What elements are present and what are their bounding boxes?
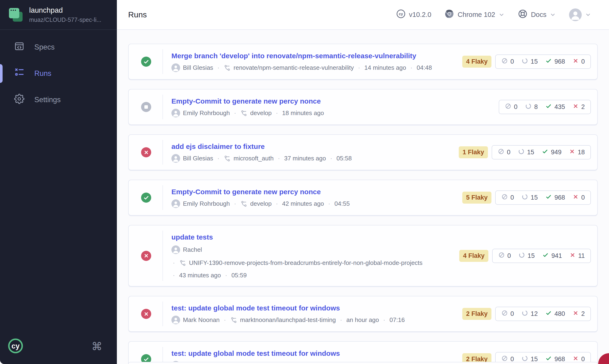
run-branch: develop <box>250 109 272 117</box>
run-status-icon-failed <box>141 309 151 319</box>
project-icon <box>9 8 23 22</box>
docs-lifering-icon <box>518 9 528 20</box>
author-avatar-icon <box>171 64 180 72</box>
page-title: Runs <box>128 10 147 19</box>
run-row[interactable]: Merge branch 'develop' into renovate/npm… <box>128 44 598 80</box>
run-title-link[interactable]: Merge branch 'develop' into renovate/npm… <box>171 51 453 60</box>
sidebar-item-label: Runs <box>34 69 51 78</box>
run-row[interactable]: update testsRachel·UNIFY-1390-remove-pro… <box>128 225 598 286</box>
chevron-down-icon <box>498 12 505 18</box>
pending-count: 15 <box>522 58 538 66</box>
failed-count: 11 <box>569 252 585 260</box>
skipped-count: 0 <box>501 194 514 202</box>
run-results: 01594111 <box>492 249 591 263</box>
run-title-link[interactable]: add ejs disclaimer to fixture <box>171 142 449 151</box>
pending-count: 12 <box>522 310 538 318</box>
separator-dot: · <box>218 155 220 162</box>
separator-dot: · <box>278 155 280 162</box>
run-title-link[interactable]: test: update global mode test timeout fo… <box>171 349 453 358</box>
run-row[interactable]: Empty-Commit to generate new percy nonce… <box>128 89 598 125</box>
passed-icon <box>545 58 552 66</box>
author-avatar-icon <box>171 109 180 117</box>
failed-count: 0 <box>573 194 585 201</box>
active-nav-indicator <box>0 64 3 83</box>
branch-icon <box>224 64 231 71</box>
author-avatar-icon <box>171 316 180 324</box>
passed-count: 480 <box>545 310 565 318</box>
run-row[interactable]: add ejs disclaimer to fixtureBill Glesia… <box>128 134 598 170</box>
run-status-icon-passed <box>141 57 151 67</box>
version-indicator[interactable]: cy v10.2.0 <box>396 9 431 20</box>
sidebar-item-settings[interactable]: Settings <box>0 87 117 113</box>
passed-icon <box>542 252 549 260</box>
pending-icon <box>522 310 528 318</box>
run-author: Mark Noonan <box>183 316 220 324</box>
run-status-icon-failed <box>141 147 151 157</box>
run-results: 01594918 <box>492 145 591 159</box>
run-title-link[interactable]: Empty-Commit to generate new percy nonce <box>171 187 453 196</box>
skipped-count: 0 <box>505 103 518 111</box>
failed-count: 2 <box>573 103 585 111</box>
run-meta: Mark Noonan·marktnoonan/launchpad-test-t… <box>171 316 453 324</box>
pending-count: 8 <box>525 103 538 111</box>
pending-count: 15 <box>518 148 534 156</box>
passed-count: 968 <box>545 194 565 202</box>
run-status-icon-passed <box>141 193 151 203</box>
project-header[interactable]: launchpad muaz/CLOUD-577-spec-li... <box>0 0 117 30</box>
run-author: Bill Glesias <box>183 64 213 71</box>
browser-selector[interactable]: Chrome 102 <box>444 9 505 20</box>
specs-icon <box>14 41 25 53</box>
skipped-count: 0 <box>501 58 514 66</box>
passed-icon <box>545 310 552 318</box>
run-row[interactable]: test: update global mode test timeout fo… <box>128 341 598 364</box>
run-time: an hour ago <box>346 316 379 324</box>
branch-icon <box>179 260 186 267</box>
pending-icon <box>518 252 525 260</box>
cypress-version-icon: cy <box>396 9 406 20</box>
skipped-count: 0 <box>498 148 511 156</box>
run-time: 43 minutes ago <box>179 272 221 279</box>
sidebar-item-label: Settings <box>34 96 61 104</box>
run-branch: renovate/npm-semantic-release-vulnerabil… <box>234 64 354 71</box>
flaky-badge: 5 Flaky <box>462 192 491 204</box>
cypress-logo[interactable]: cy <box>8 338 24 355</box>
failed-icon <box>569 252 576 260</box>
run-status-icon-failed <box>141 251 151 261</box>
separator-dot: · <box>225 272 227 279</box>
run-branch: UNIFY-1390-remove-projects-from-breadcru… <box>189 259 423 267</box>
run-status-icon-canceled <box>141 102 151 112</box>
skipped-icon <box>498 252 505 260</box>
sidebar-item-runs[interactable]: Runs <box>0 60 117 87</box>
user-menu[interactable] <box>569 8 591 21</box>
version-label: v10.2.0 <box>409 11 431 19</box>
run-title-link[interactable]: test: update global mode test timeout fo… <box>171 303 453 312</box>
topbar: Runs cy v10.2.0 <box>117 0 609 30</box>
runs-icon <box>14 67 25 80</box>
run-title-link[interactable]: Empty-Commit to generate new percy nonce <box>171 96 489 106</box>
runs-page-content: Merge branch 'develop' into renovate/npm… <box>117 30 609 364</box>
run-duration: 04:48 <box>417 64 432 71</box>
runs-list: Merge branch 'develop' into renovate/npm… <box>128 44 598 364</box>
run-duration: 05:59 <box>231 272 247 279</box>
pending-count: 15 <box>518 252 535 260</box>
docs-menu[interactable]: Docs <box>518 9 556 20</box>
pending-icon <box>522 58 528 66</box>
failed-icon <box>573 310 579 318</box>
pending-icon <box>522 194 528 202</box>
sidebar-item-specs[interactable]: Specs <box>0 34 117 60</box>
run-meta: Bill Glesias·renovate/npm-semantic-relea… <box>171 64 453 72</box>
branch-icon <box>240 110 247 117</box>
gear-icon <box>14 94 25 106</box>
command-icon[interactable]: ⌘ <box>91 340 102 353</box>
run-row[interactable]: test: update global mode test timeout fo… <box>128 296 598 332</box>
skipped-icon <box>505 103 512 111</box>
separator-dot: · <box>218 64 220 71</box>
branch-icon <box>240 200 247 207</box>
skipped-icon <box>501 58 508 66</box>
run-title-link[interactable]: update tests <box>171 233 450 242</box>
failed-count: 2 <box>573 310 585 318</box>
author-avatar-icon <box>171 154 180 163</box>
separator-dot: · <box>328 200 330 207</box>
run-row[interactable]: Empty-Commit to generate new percy nonce… <box>128 180 598 216</box>
skipped-count: 0 <box>501 310 514 318</box>
